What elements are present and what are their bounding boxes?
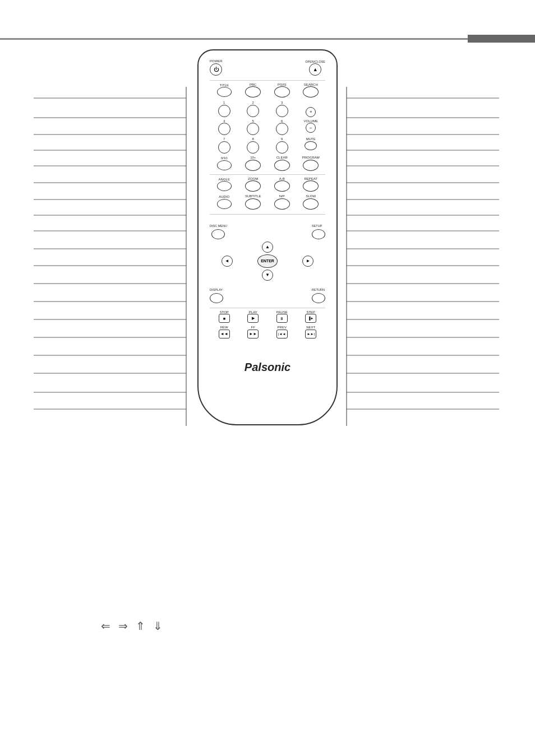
num1-cell: 1 — [210, 101, 239, 117]
ten-button[interactable] — [245, 160, 261, 171]
play-button[interactable]: ▶ — [247, 314, 259, 323]
psis-button[interactable] — [274, 86, 290, 98]
repeat-button[interactable] — [303, 180, 319, 192]
zoom-label: ZOOM — [239, 177, 268, 181]
title-button[interactable] — [217, 87, 232, 97]
num8-button[interactable] — [247, 141, 259, 154]
volup-cell: + — [297, 101, 326, 117]
num8-cell: 8 — [239, 137, 268, 154]
num6-button[interactable] — [276, 123, 288, 135]
next-button[interactable]: ►►| — [305, 330, 316, 338]
ab-button[interactable] — [274, 180, 290, 192]
nav-down-button[interactable]: ▼ — [262, 270, 273, 281]
setup-button[interactable] — [312, 229, 325, 239]
num1-button[interactable] — [218, 105, 230, 117]
clear-cell: CLEAR — [268, 156, 297, 171]
num2-label: 2 — [239, 101, 268, 105]
num789-row: 7 8 9 MUTE — [210, 137, 325, 154]
pause-icon: ⏸ — [280, 317, 284, 321]
sep3 — [210, 214, 325, 215]
nav-up-button[interactable]: ▲ — [262, 242, 273, 253]
angle-button[interactable] — [217, 181, 232, 191]
mute-button[interactable] — [305, 141, 317, 150]
enter-button[interactable]: ENTER — [257, 254, 278, 268]
subtitle-button[interactable] — [245, 198, 261, 210]
rew-icon: ◄◄ — [220, 332, 228, 336]
ten-label: 10+ — [239, 156, 268, 160]
num4-button[interactable] — [218, 123, 230, 135]
num123-row: 1 2 3 + — [210, 101, 325, 117]
voldown-icon: − — [310, 126, 312, 131]
zoom-cell: ZOOM — [239, 177, 268, 192]
nav-left-cell: ◄ — [222, 256, 233, 267]
search-button[interactable] — [303, 86, 319, 98]
zero10-button[interactable] — [217, 160, 232, 170]
enter-label: ENTER — [261, 259, 274, 263]
play-label: PLAY — [239, 310, 268, 314]
ab-label: A-B — [268, 177, 297, 181]
audio-cell: AUDIO — [210, 195, 239, 209]
power-row: POWER ⏻ OPEN/CLOSE ▲ — [210, 59, 325, 76]
nav-right-button[interactable]: ► — [302, 256, 313, 267]
clear-row: 0/10 10+ CLEAR PROGRAM — [210, 156, 325, 171]
step-cell: STEP ▐► — [297, 310, 326, 323]
slow-button[interactable] — [303, 198, 319, 210]
subtitle-label: SUBTITLE — [239, 194, 268, 198]
ff-label: FF — [239, 326, 268, 330]
num9-button[interactable] — [276, 141, 288, 154]
power-button[interactable]: ⏻ — [210, 63, 222, 76]
stop-cell: STOP ■ — [210, 310, 239, 323]
rew-label: REW — [210, 326, 239, 330]
openclose-button[interactable]: ▲ — [309, 63, 321, 76]
program-button[interactable] — [303, 160, 319, 171]
repeat-label: REPEAT — [297, 177, 326, 181]
display-button[interactable] — [210, 293, 223, 303]
return-button[interactable] — [312, 293, 325, 303]
title-cell: TITLE — [210, 84, 239, 98]
setup-label: SETUP — [312, 224, 322, 228]
audio-button[interactable] — [217, 199, 232, 209]
angle-cell: ANGLE — [210, 178, 239, 192]
pbc-label: PBC — [239, 83, 268, 87]
zoom-button[interactable] — [245, 180, 261, 192]
num5-button[interactable] — [247, 123, 259, 135]
stop-icon: ■ — [223, 317, 225, 321]
openclose-label: OPEN/CLOSE — [305, 60, 325, 63]
volup-button[interactable]: + — [306, 107, 316, 117]
step-button[interactable]: ▐► — [305, 314, 316, 323]
num5-label: 5 — [239, 119, 268, 123]
clear-button[interactable] — [274, 160, 290, 171]
num7-cell: 7 — [210, 137, 239, 154]
nav-section: DISC MENU SETUP ▲ — [210, 219, 325, 303]
next-icon: ►►| — [307, 332, 315, 336]
num2-button[interactable] — [247, 105, 259, 117]
rew-cell: REW ◄◄ — [210, 326, 239, 338]
num5-cell: 5 — [239, 119, 268, 136]
program-label: PROGRAM — [297, 156, 326, 160]
prev-button[interactable]: |◄◄ — [276, 330, 288, 338]
num3-button[interactable] — [276, 105, 288, 117]
pbc-button[interactable] — [245, 86, 261, 98]
nav-left-button[interactable]: ◄ — [222, 256, 233, 267]
ten-cell: 10+ — [239, 156, 268, 171]
np-cell: N/P — [268, 194, 297, 210]
num9-label: 9 — [268, 137, 297, 141]
display-label: DISPLAY — [210, 288, 223, 291]
ff-button[interactable]: ►► — [247, 330, 259, 338]
disc-menu-button[interactable] — [211, 229, 225, 239]
mute-label: MUTE — [297, 137, 326, 141]
repeat-cell: REPEAT — [297, 177, 326, 192]
num7-button[interactable] — [218, 141, 230, 154]
np-button[interactable] — [274, 198, 290, 210]
num4-cell: 4 — [210, 119, 239, 136]
pause-button[interactable]: ⏸ — [276, 314, 288, 323]
display-return-row: DISPLAY RETURN — [210, 283, 325, 303]
voldown-button[interactable]: − — [306, 123, 316, 133]
nav-down-icon: ▼ — [265, 272, 270, 277]
ff-cell: FF ►► — [239, 326, 268, 338]
remote-body: POWER ⏻ OPEN/CLOSE ▲ TITLE PBC — [197, 49, 338, 425]
stop-button[interactable]: ■ — [219, 314, 230, 323]
rew-button[interactable]: ◄◄ — [219, 330, 230, 338]
sep1 — [210, 80, 325, 81]
brand-name: Palsonic — [245, 361, 290, 373]
